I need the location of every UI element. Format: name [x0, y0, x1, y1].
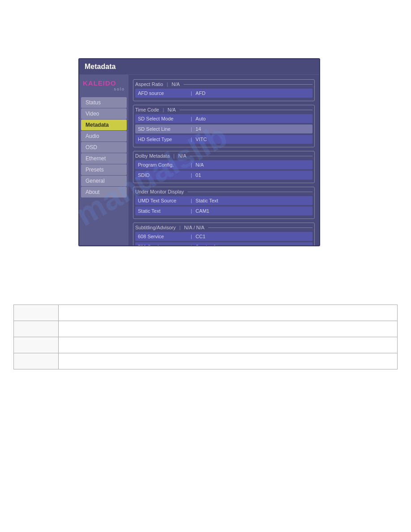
- row-separator: |: [189, 137, 194, 142]
- logo-solo: solo: [114, 87, 125, 91]
- aspect-ratio-sep: |: [167, 82, 168, 87]
- table-cell-col2: [59, 321, 398, 337]
- table-cell-col1: [14, 321, 59, 337]
- dolby-rows: Program Config.|N/ASDID|01: [135, 160, 313, 180]
- aspect-ratio-rows: AFD source|AFD: [135, 89, 313, 98]
- table-cell-col2: [59, 305, 398, 321]
- row-label: SD Select Mode: [135, 115, 189, 123]
- aspect-ratio-val: N/A: [171, 82, 180, 87]
- panel-header: Metadata: [79, 59, 319, 75]
- bottom-table: [13, 305, 398, 369]
- time-code-line: [180, 110, 313, 110]
- row-value: Service 1: [194, 243, 313, 245]
- table-cell-col2: [59, 353, 398, 369]
- main-content: Aspect Ratio | N/A AFD source|AFD Time C…: [128, 75, 319, 245]
- row-label: SDID: [135, 171, 189, 179]
- table-row: HD Select Type|VITC: [135, 135, 313, 144]
- umd-line: [188, 192, 313, 192]
- sidebar-item-ethernet[interactable]: Ethernet: [81, 153, 127, 164]
- table-row: 708 Service|Service 1: [135, 242, 313, 245]
- row-separator: |: [189, 90, 194, 96]
- aspect-ratio-line: [184, 84, 313, 85]
- section-umd: Under Monitor Display UMD Text Source|St…: [133, 187, 315, 219]
- time-code-title: Time Code: [135, 107, 159, 112]
- section-subtitling: Subtitling/Advisory | N/A / N/A 608 Serv…: [133, 223, 315, 245]
- table-row: AFD source|AFD: [135, 89, 313, 98]
- table-cell-col1: [14, 353, 59, 369]
- table-row: SD Select Mode|Auto: [135, 114, 313, 123]
- section-dolby-header: Dolby Metadata | N/A: [135, 153, 313, 159]
- row-separator: |: [189, 126, 194, 132]
- table-cell-col2: [59, 337, 398, 353]
- row-label: AFD source: [135, 89, 189, 97]
- section-time-code-header: Time Code | N/A: [135, 107, 313, 112]
- row-value: 01: [194, 171, 313, 179]
- table-row: Static Text|CAM1: [135, 206, 313, 215]
- sidebar-item-video[interactable]: Video: [81, 108, 127, 119]
- umd-rows: UMD Text Source|Static TextStatic Text|C…: [135, 196, 313, 215]
- sidebar-item-general[interactable]: General: [81, 176, 127, 186]
- section-umd-header: Under Monitor Display: [135, 189, 313, 194]
- table-row: SDID|01: [135, 171, 313, 180]
- logo-area: KALEIDO solo: [79, 77, 128, 96]
- sidebar-item-presets[interactable]: Presets: [81, 164, 127, 175]
- section-time-code: Time Code | N/A SD Select Mode|AutoSD Se…: [133, 105, 315, 147]
- table-row: [14, 305, 398, 321]
- row-label: SD Select Line: [135, 125, 189, 133]
- table-row: 608 Service|CC1: [135, 232, 313, 241]
- dolby-line: [190, 156, 313, 156]
- table-row: UMD Text Source|Static Text: [135, 196, 313, 205]
- row-value: CC1: [194, 232, 313, 240]
- subtitling-val: N/A / N/A: [184, 225, 204, 230]
- row-value: N/A: [194, 161, 313, 169]
- sidebar-item-audio[interactable]: Audio: [81, 131, 127, 142]
- section-aspect-ratio: Aspect Ratio | N/A AFD source|AFD: [133, 79, 315, 101]
- row-value: CAM1: [194, 207, 313, 215]
- section-aspect-ratio-header: Aspect Ratio | N/A: [135, 82, 313, 87]
- panel-body: KALEIDO solo StatusVideoMetadataAudioOSD…: [79, 75, 319, 245]
- row-label: 608 Service: [135, 232, 189, 240]
- sidebar-item-metadata[interactable]: Metadata: [81, 120, 127, 130]
- row-value: AFD: [194, 89, 313, 97]
- row-separator: |: [189, 208, 194, 214]
- time-code-val: N/A: [167, 107, 176, 112]
- logo-kaleido: KALEIDO: [83, 79, 116, 87]
- row-separator: |: [189, 162, 194, 167]
- row-separator: |: [189, 172, 194, 178]
- table-row: [14, 337, 398, 353]
- ui-panel: Metadata KALEIDO solo StatusVideoMetadat…: [78, 58, 320, 246]
- table-row: [14, 321, 398, 337]
- subtitling-title: Subtitling/Advisory: [135, 225, 176, 230]
- row-label: Program Config.: [135, 161, 189, 169]
- row-label: Static Text: [135, 207, 189, 215]
- row-separator: |: [189, 244, 194, 245]
- aspect-ratio-title: Aspect Ratio: [135, 82, 163, 87]
- row-label: 708 Service: [135, 243, 189, 245]
- sidebar-item-status[interactable]: Status: [81, 97, 127, 108]
- time-code-rows: SD Select Mode|AutoSD Select Line|14HD S…: [135, 114, 313, 144]
- row-separator: |: [189, 116, 194, 121]
- section-subtitling-header: Subtitling/Advisory | N/A / N/A: [135, 225, 313, 230]
- row-label: HD Select Type: [135, 135, 189, 143]
- section-dolby: Dolby Metadata | N/A Program Config.|N/A…: [133, 151, 315, 183]
- sidebar-nav: StatusVideoMetadataAudioOSDEthernetPrese…: [79, 97, 128, 198]
- subtitling-rows: 608 Service|CC1708 Service|Service 1Tele…: [135, 232, 313, 245]
- table-cell-col1: [14, 337, 59, 353]
- time-code-sep: |: [163, 107, 164, 112]
- sidebar-item-osd[interactable]: OSD: [81, 142, 127, 153]
- dolby-sep: |: [173, 153, 175, 159]
- row-separator: |: [189, 198, 194, 203]
- table-cell-col1: [14, 305, 59, 321]
- row-label: UMD Text Source: [135, 197, 189, 205]
- dolby-val: N/A: [178, 153, 186, 159]
- row-value: VITC: [194, 135, 313, 143]
- table-row: [14, 353, 398, 369]
- subtitling-line: [208, 227, 313, 228]
- dolby-title: Dolby Metadata: [135, 153, 170, 159]
- row-separator: |: [189, 234, 194, 239]
- sidebar-item-about[interactable]: About: [81, 187, 127, 197]
- umd-title: Under Monitor Display: [135, 189, 184, 194]
- panel-title: Metadata: [85, 63, 116, 70]
- row-value: Static Text: [194, 197, 313, 205]
- row-value: Auto: [194, 115, 313, 123]
